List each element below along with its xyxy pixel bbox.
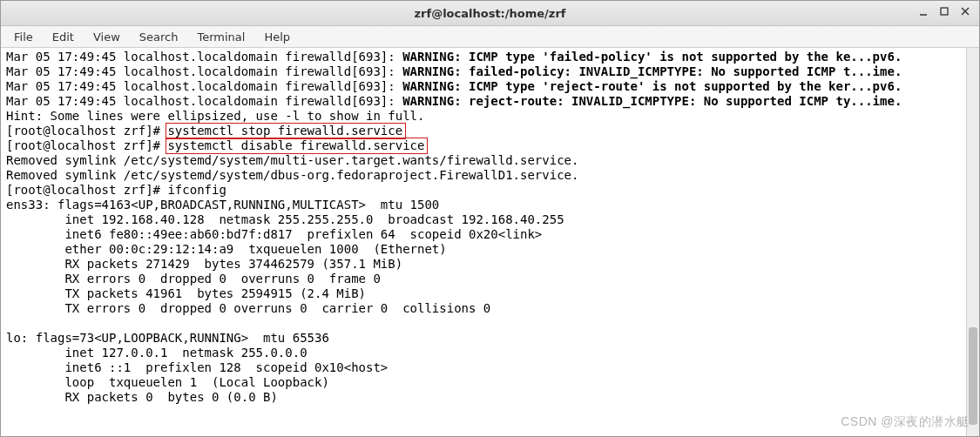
prompt: [root@localhost zrf]#	[6, 138, 167, 152]
scroll-thumb[interactable]	[969, 327, 977, 425]
log-line: Mar 05 17:49:45 localhost.localdomain fi…	[6, 50, 402, 64]
ifconfig-line: TX errors 0 dropped 0 overruns 0 carrier…	[6, 301, 490, 315]
ifconfig-line: RX packets 0 bytes 0 (0.0 B)	[6, 390, 278, 404]
ifconfig-line: inet6 ::1 prefixlen 128 scopeid 0x10<hos…	[6, 360, 388, 374]
prompt-line: [root@localhost zrf]# ifconfig	[6, 183, 226, 197]
close-icon	[960, 6, 970, 19]
output-line: Removed symlink /etc/systemd/system/mult…	[6, 153, 578, 167]
menu-edit[interactable]: Edit	[43, 26, 84, 47]
ifconfig-line: inet6 fe80::49ee:ab60:bd7f:d817 prefixle…	[6, 227, 542, 241]
svg-rect-1	[941, 8, 948, 15]
log-line: Mar 05 17:49:45 localhost.localdomain fi…	[6, 94, 402, 108]
ifconfig-line: RX errors 0 dropped 0 overruns 0 frame 0	[6, 272, 381, 286]
titlebar[interactable]: zrf@localhost:/home/zrf	[1, 1, 979, 26]
output-line: Removed symlink /etc/systemd/system/dbus…	[6, 168, 578, 182]
ifconfig-line: TX packets 41961 bytes 2594915 (2.4 MiB)	[6, 286, 366, 300]
hint-line: Hint: Some lines were ellipsized, use -l…	[6, 109, 424, 123]
log-warning: WARNING: ICMP type 'failed-policy' is no…	[402, 50, 902, 64]
close-button[interactable]	[955, 3, 976, 22]
log-line: Mar 05 17:49:45 localhost.localdomain fi…	[6, 64, 402, 78]
command-disable-firewalld: systemctl disable firewalld.service	[167, 138, 424, 152]
terminal-window: zrf@localhost:/home/zrf File Edit View S…	[0, 0, 980, 437]
log-warning: WARNING: failed-policy: INVALID_ICMPTYPE…	[402, 64, 902, 78]
ifconfig-line: inet 192.168.40.128 netmask 255.255.255.…	[6, 212, 564, 226]
log-warning: WARNING: ICMP type 'reject-route' is not…	[402, 79, 902, 93]
ifconfig-line: RX packets 271429 bytes 374462579 (357.1…	[6, 257, 402, 271]
ifconfig-line: loop txqueuelen 1 (Local Loopback)	[6, 375, 329, 389]
menu-file[interactable]: File	[4, 26, 43, 47]
menu-search[interactable]: Search	[130, 26, 188, 47]
menu-terminal[interactable]: Terminal	[187, 26, 254, 47]
window-title: zrf@localhost:/home/zrf	[415, 7, 566, 20]
ifconfig-line: inet 127.0.0.1 netmask 255.0.0.0	[6, 346, 308, 360]
ifconfig-line: lo: flags=73<UP,LOOPBACK,RUNNING> mtu 65…	[6, 331, 329, 345]
log-warning: WARNING: reject-route: INVALID_ICMPTYPE:…	[402, 94, 902, 108]
minimize-icon	[918, 6, 929, 19]
window-controls	[913, 3, 976, 22]
terminal-content[interactable]: Mar 05 17:49:45 localhost.localdomain fi…	[1, 48, 979, 436]
vertical-scrollbar[interactable]	[966, 48, 979, 436]
maximize-button[interactable]	[934, 3, 955, 22]
minimize-button[interactable]	[913, 3, 934, 22]
prompt: [root@localhost zrf]#	[6, 124, 167, 138]
menu-view[interactable]: View	[84, 26, 130, 47]
terminal-area[interactable]: Mar 05 17:49:45 localhost.localdomain fi…	[1, 48, 979, 436]
ifconfig-line: ens33: flags=4163<UP,BROADCAST,RUNNING,M…	[6, 198, 439, 212]
log-line: Mar 05 17:49:45 localhost.localdomain fi…	[6, 79, 402, 93]
maximize-icon	[939, 6, 950, 19]
menu-help[interactable]: Help	[254, 26, 300, 47]
menubar: File Edit View Search Terminal Help	[1, 26, 979, 48]
ifconfig-line: ether 00:0c:29:12:14:a9 txqueuelen 1000 …	[6, 242, 447, 256]
command-stop-firewalld: systemctl stop firewalld.service	[167, 124, 402, 138]
